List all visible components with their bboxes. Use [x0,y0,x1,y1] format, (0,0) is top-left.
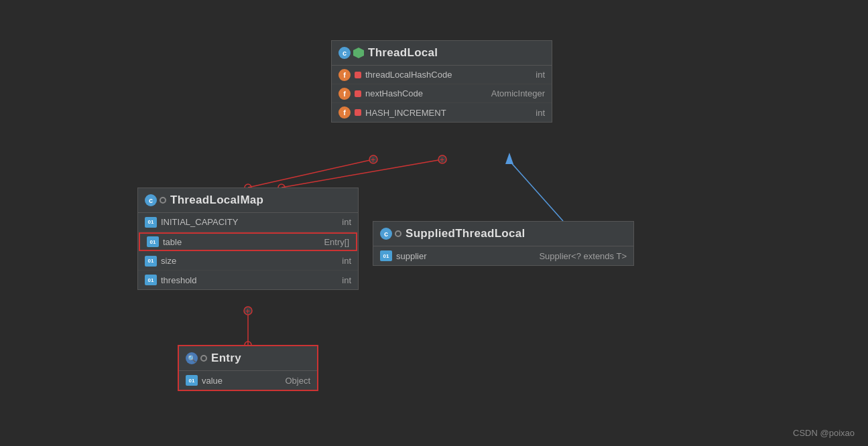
field-icon: 01 [145,256,157,267]
table-row: f nextHashCode AtomicInteger [332,84,552,103]
suppliedthreadlocal-header: c SuppliedThreadLocal [373,222,633,246]
field-type: Object [285,376,310,386]
field-type: int [342,275,351,285]
field-type: AtomicInteger [491,88,545,98]
entry-body: 01 value Object [179,371,317,390]
field-type: Supplier<? extends T> [539,251,627,261]
svg-line-2 [282,159,442,188]
field-name: threshold [161,275,338,285]
field-icon: f [338,69,351,81]
threadlocal-header: c ThreadLocal [332,41,552,66]
field-name: HASH_INCREMENT [365,108,532,118]
field-name: nextHashCode [365,88,487,98]
threadlocal-body: f threadLocalHashCode int f nextHashCode… [332,66,552,122]
table-row-highlighted: 01 table Entry[] [139,232,357,251]
field-type: int [342,256,351,266]
svg-point-12 [244,307,252,315]
suppliedthreadlocal-title: SuppliedThreadLocal [406,227,525,240]
diagram-canvas: + + + c ThreadLocal f threadLocalHashCod… [0,0,868,446]
lock-icon [355,109,361,116]
svg-marker-5 [505,153,513,164]
field-name: table [163,237,320,247]
visibility-icon [200,355,207,362]
field-type: int [536,108,545,118]
entry-header: 🔍 Entry [179,346,317,371]
visibility-icon [395,230,401,237]
svg-text:+: + [245,307,250,316]
field-name: size [161,256,338,266]
field-icon: 01 [147,236,159,247]
field-name: supplier [396,251,535,261]
field-icon: f [338,88,351,100]
class-icon: c [380,228,392,240]
field-name: value [202,376,281,386]
search-icon: 🔍 [186,352,198,364]
field-name: INITIAL_CAPACITY [161,217,338,227]
threadlocal-title: ThreadLocal [368,46,438,60]
svg-point-8 [369,155,377,163]
entry-title: Entry [211,352,241,365]
svg-line-0 [248,159,373,188]
table-row: 01 size int [138,252,358,271]
lock-icon [355,72,361,78]
field-icon: 01 [145,275,157,285]
table-row: f threadLocalHashCode int [332,66,552,84]
node-entry: 🔍 Entry 01 value Object [178,345,318,391]
field-type: int [342,217,351,227]
threadlocalmap-header: c ThreadLocalMap [138,188,358,213]
lock-icon [355,90,361,97]
svg-text:+: + [440,155,444,165]
field-type: Entry[] [324,237,349,247]
suppliedthreadlocal-body: 01 supplier Supplier<? extends T> [373,246,633,265]
class-icon: c [338,47,351,59]
table-row: 01 INITIAL_CAPACITY int [138,213,358,232]
field-icon: 01 [186,375,198,386]
class-icon: c [145,194,157,206]
field-name: threadLocalHashCode [365,70,532,80]
visibility-icon [160,197,166,204]
field-type: int [536,70,545,80]
field-icon: 01 [380,250,392,261]
table-row: f HASH_INCREMENT int [332,103,552,122]
watermark: CSDN @poixao [793,428,855,438]
leaf-icon [353,48,364,58]
table-row: 01 supplier Supplier<? extends T> [373,246,633,265]
table-row: 01 threshold int [138,271,358,289]
svg-point-10 [438,155,446,163]
field-icon: f [338,106,351,119]
threadlocalmap-body: 01 INITIAL_CAPACITY int 01 table Entry[]… [138,213,358,289]
threadlocalmap-title: ThreadLocalMap [170,194,263,207]
node-threadlocalmap: c ThreadLocalMap 01 INITIAL_CAPACITY int… [137,188,359,290]
field-icon: 01 [145,217,157,228]
table-row: 01 value Object [179,371,317,390]
svg-line-4 [509,161,563,221]
node-suppliedthreadlocal: c SuppliedThreadLocal 01 supplier Suppli… [373,221,634,266]
svg-text:+: + [371,155,375,165]
node-threadlocal: c ThreadLocal f threadLocalHashCode int … [331,40,552,123]
